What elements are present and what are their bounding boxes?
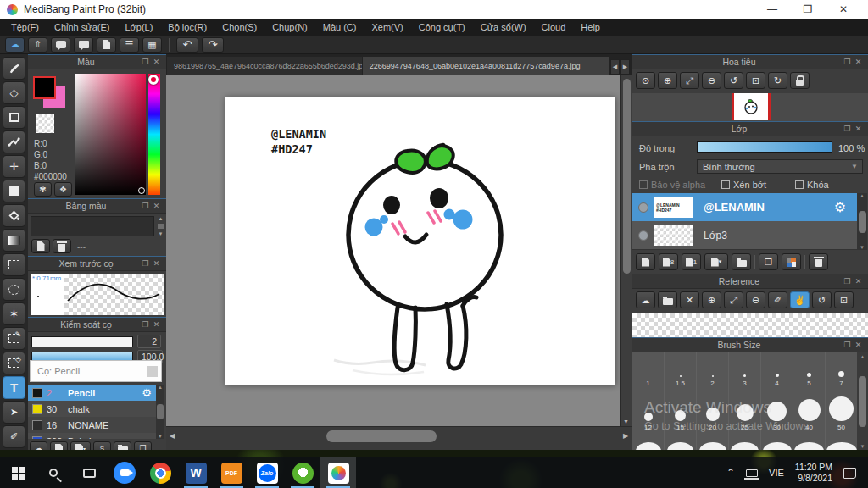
delete-layer-button[interactable] — [809, 253, 828, 270]
layer-folder-button[interactable] — [732, 253, 751, 270]
close-icon[interactable]: ✕ — [853, 125, 864, 133]
export-button[interactable]: ⇧ — [28, 37, 47, 53]
popout-icon[interactable]: ❐ — [140, 58, 151, 66]
script-brush-button[interactable]: S — [93, 441, 111, 450]
scroll-up-icon[interactable]: ▲ — [158, 385, 163, 390]
reference-clear-button[interactable]: ✕ — [680, 291, 699, 308]
brush-size-cell[interactable] — [697, 435, 729, 450]
menu-view[interactable]: Xem(V) — [364, 22, 410, 32]
canvas-vertical-scrollbar[interactable]: ▼ — [620, 75, 632, 426]
taskbar-zoom-app[interactable] — [107, 458, 142, 488]
new-1bit-layer-button[interactable]: 1 — [682, 253, 701, 270]
zoom-100-button[interactable]: ⊙ — [636, 72, 655, 89]
close-icon[interactable]: ✕ — [853, 341, 864, 349]
scroll-down-icon[interactable]: ▼ — [860, 245, 865, 250]
brush-list-item[interactable]: 2 Pencil ⚙ — [28, 385, 156, 401]
brush-size-slider[interactable] — [31, 336, 133, 347]
scroll-left-icon[interactable]: ◀ — [166, 432, 178, 440]
taskbar-medibang[interactable] — [320, 458, 356, 488]
brush-list-item[interactable]: 16 NONAME — [28, 417, 156, 433]
new-8bit-layer-button[interactable]: 8 — [659, 253, 678, 270]
reference-cloud-button[interactable]: ☁ — [636, 291, 655, 308]
brush-size-cell[interactable]: 1.5 — [665, 352, 697, 391]
popout-icon[interactable]: ❐ — [842, 277, 853, 286]
brush-size-scrollbar[interactable]: ▲ ▼ — [857, 352, 868, 450]
reference-zoom-out-button[interactable]: ⊖ — [746, 291, 765, 308]
navigator-thumbnail[interactable] — [732, 93, 771, 120]
magic-wand-tool[interactable]: ✶ — [3, 302, 25, 325]
start-button[interactable] — [0, 458, 36, 488]
scroll-thumb[interactable] — [623, 79, 631, 274]
reference-open-button[interactable] — [658, 291, 677, 308]
close-icon[interactable]: ✕ — [151, 320, 162, 329]
taskbar-chrome[interactable] — [142, 458, 178, 488]
scroll-thumb[interactable] — [859, 376, 866, 427]
blend-mode-select[interactable]: Bình thường ▼ — [697, 159, 863, 174]
gradient-tool[interactable] — [3, 229, 25, 252]
brush-list-item[interactable]: 300 Bokeh — [28, 433, 156, 439]
clipping-checkbox[interactable] — [721, 180, 730, 189]
merge-layer-button[interactable] — [782, 253, 801, 270]
palette-list[interactable] — [31, 216, 154, 236]
hue-slider[interactable] — [148, 74, 160, 195]
rotate-right-button[interactable]: ↻ — [768, 72, 787, 89]
tray-chevron-up-icon[interactable]: ⌃ — [726, 467, 735, 479]
task-view-button[interactable] — [71, 458, 107, 488]
scroll-down-icon[interactable]: ▼ — [623, 419, 629, 424]
brush-size-cell[interactable]: 5 — [793, 352, 826, 391]
lock-view-button[interactable] — [790, 72, 810, 89]
layer-item-selected[interactable]: @LENAMIN #HD247 @LENAMIN ⚙ — [632, 193, 858, 221]
comment-button[interactable] — [74, 37, 93, 53]
scroll-up-icon[interactable]: ▲ — [860, 193, 865, 198]
brush-size-cell[interactable]: 50 — [826, 391, 858, 435]
menu-snap[interactable]: Chụp(N) — [264, 22, 315, 32]
brush-tool[interactable] — [3, 57, 25, 80]
new-layer-button[interactable] — [636, 253, 655, 270]
brush-size-value[interactable]: 2 — [137, 335, 161, 348]
menu-filter[interactable]: Bộ lọc(R) — [160, 22, 214, 32]
popout-icon[interactable]: ❐ — [140, 202, 151, 210]
layer-list-scrollbar[interactable]: ▲ ▼ — [857, 193, 867, 250]
menu-edit[interactable]: Chỉnh sửa(E) — [47, 22, 117, 32]
brush-size-cell[interactable] — [729, 435, 761, 450]
scroll-down-icon[interactable]: ▼ — [860, 444, 865, 449]
redo-button[interactable]: ↷ — [202, 37, 224, 53]
brush-size-cell[interactable] — [632, 435, 665, 450]
brush-size-cell[interactable]: 12 — [632, 391, 665, 435]
transparent-color-swatch[interactable] — [36, 114, 54, 133]
zoom-out-button[interactable]: ⊖ — [702, 72, 721, 89]
layer-opacity-slider[interactable] — [697, 141, 832, 152]
popout-icon[interactable]: ❐ — [140, 259, 151, 268]
menu-tools[interactable]: Công cụ(T) — [411, 22, 473, 32]
duplicate-layer-button[interactable]: ❐ — [759, 253, 778, 270]
layer-item[interactable]: Lớp3 — [632, 221, 858, 249]
brush-size-cell[interactable]: 25 — [729, 391, 761, 435]
scroll-down-icon[interactable]: ▼ — [158, 434, 163, 439]
add-brush-button[interactable] — [50, 441, 68, 450]
document-tab-active[interactable]: 22669947947648_06ab0e102e1a4a00811d27757… — [363, 57, 609, 75]
document-button[interactable] — [97, 37, 116, 53]
text-tool[interactable]: T — [3, 376, 25, 399]
reset-rotation-button[interactable]: ⊡ — [746, 72, 765, 89]
close-icon[interactable]: ✕ — [853, 277, 864, 286]
brush-folder-button[interactable] — [114, 441, 131, 450]
scroll-thumb[interactable] — [158, 224, 164, 229]
close-icon[interactable]: ✕ — [853, 58, 864, 66]
delete-palette-color-button[interactable] — [53, 239, 71, 253]
brush-size-cell[interactable] — [793, 435, 826, 450]
shape-brush-tool[interactable] — [3, 106, 25, 129]
menu-cloud[interactable]: Cloud — [534, 22, 574, 32]
popout-icon[interactable]: ❐ — [140, 320, 151, 329]
brush-list-item[interactable]: 30 chalk — [28, 401, 156, 417]
brush-size-cell[interactable] — [826, 435, 858, 450]
history-button[interactable]: ☰ — [120, 37, 139, 53]
reference-fit-button[interactable]: ⤢ — [724, 291, 743, 308]
brush-settings-gear-icon[interactable]: ⚙ — [142, 386, 154, 399]
operation-tool[interactable]: ➤ — [3, 401, 25, 424]
protect-alpha-checkbox[interactable] — [639, 180, 648, 189]
notification-center-icon[interactable] — [843, 468, 856, 479]
eraser-tool[interactable]: ◇ — [3, 81, 25, 104]
foreground-color-swatch[interactable] — [33, 76, 56, 99]
brush-size-cell[interactable]: 15 — [665, 391, 697, 435]
palette-button[interactable]: ✾ — [34, 182, 52, 197]
